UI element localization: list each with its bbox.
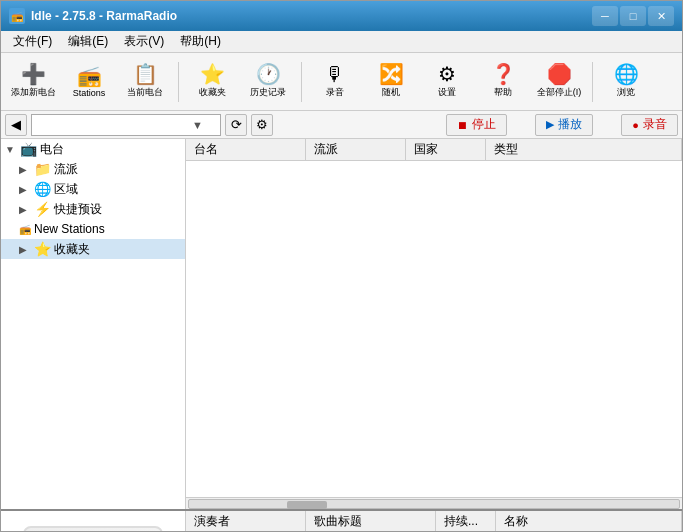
scrollbar-thumb: [287, 501, 327, 509]
stop-all-button[interactable]: 🛑 全部停止(I): [533, 57, 585, 107]
settings-button[interactable]: ⚙ 设置: [421, 57, 473, 107]
stations-label: Stations: [73, 88, 106, 98]
tree-favorites-toggle: ▶: [19, 244, 31, 255]
songs-col-name[interactable]: 名称: [496, 511, 682, 532]
record2-label: 录音: [643, 116, 667, 133]
radio-artwork: [23, 526, 163, 532]
tree-presets-label: 快捷预设: [54, 201, 102, 218]
history-label: 历史记录: [250, 86, 286, 99]
songs-col-duration[interactable]: 持续...: [436, 511, 496, 532]
minimize-button[interactable]: ─: [592, 6, 618, 26]
record2-button[interactable]: ● 录音: [621, 114, 678, 136]
random-button[interactable]: 🔀 随机: [365, 57, 417, 107]
table-header: 台名 流派 国家 类型: [186, 139, 682, 161]
record-button[interactable]: 🎙 录音: [309, 57, 361, 107]
menu-view[interactable]: 表示(V): [116, 31, 172, 52]
record-label: 录音: [326, 86, 344, 99]
col-genre[interactable]: 流派: [306, 139, 406, 160]
stop-label: 停止: [472, 116, 496, 133]
tree-presets-toggle: ▶: [19, 204, 31, 215]
tree-region-icon: 🌐: [34, 181, 51, 197]
browser-button[interactable]: 🌐 浏览: [600, 57, 652, 107]
sep1: [178, 62, 179, 102]
stations-button[interactable]: 📻 Stations: [63, 57, 115, 107]
col-type[interactable]: 类型: [486, 139, 682, 160]
dropdown-arrow[interactable]: ▼: [192, 119, 203, 131]
play-button[interactable]: ▶ 播放: [535, 114, 593, 136]
station-search-input[interactable]: [32, 118, 192, 132]
browser-label: 浏览: [617, 86, 635, 99]
tree-region-toggle: ▶: [19, 184, 31, 195]
tree-favorites-icon: ⭐: [34, 241, 51, 257]
add-station-button[interactable]: ➕ 添加新电台: [7, 57, 59, 107]
history-icon: 🕐: [256, 64, 281, 84]
secondary-toolbar: ◀ ▼ ⟳ ⚙ ⏹ 停止 ▶ 播放 ● 录音: [1, 111, 682, 139]
record2-icon: ●: [632, 119, 639, 131]
tree-root-icon: 📺: [20, 141, 37, 157]
player-panel: [1, 511, 186, 532]
app-icon: 📻: [9, 8, 25, 24]
current-station-button[interactable]: 📋 当前电台: [119, 57, 171, 107]
record-icon: 🎙: [325, 64, 345, 84]
random-icon: 🔀: [379, 64, 404, 84]
tree-genre-toggle: ▶: [19, 164, 31, 175]
table-hscrollbar[interactable]: [186, 497, 682, 509]
col-country[interactable]: 国家: [406, 139, 486, 160]
songs-header: 演奏者 歌曲标题 持续... 名称: [186, 511, 682, 532]
current-station-icon: 📋: [133, 64, 158, 84]
stop-icon: ⏹: [457, 119, 468, 131]
right-panel: 台名 流派 国家 类型: [186, 139, 682, 509]
tree-root-label: 电台: [40, 141, 64, 158]
tree-area: ▼ 📺 电台 ▶ 📁 流派 ▶ 🌐 区域 ▶ ⚡ 快捷预设: [1, 139, 185, 509]
tree-presets[interactable]: ▶ ⚡ 快捷预设: [1, 199, 185, 219]
stop-all-label: 全部停止(I): [537, 86, 582, 99]
stations-icon: 📻: [77, 66, 102, 86]
tree-genre[interactable]: ▶ 📁 流派: [1, 159, 185, 179]
add-station-label: 添加新电台: [11, 86, 56, 99]
add-station-icon: ➕: [21, 64, 46, 84]
bottom-content: 演奏者 歌曲标题 持续... 名称 播放: 录音:: [1, 511, 682, 532]
menu-file[interactable]: 文件(F): [5, 31, 60, 52]
menu-edit[interactable]: 编辑(E): [60, 31, 116, 52]
songs-panel: 演奏者 歌曲标题 持续... 名称 播放: 录音:: [186, 511, 682, 532]
left-panel: ▼ 📺 电台 ▶ 📁 流派 ▶ 🌐 区域 ▶ ⚡ 快捷预设: [1, 139, 186, 509]
settings2-button[interactable]: ⚙: [251, 114, 273, 136]
main-content: ▼ 📺 电台 ▶ 📁 流派 ▶ 🌐 区域 ▶ ⚡ 快捷预设: [1, 139, 682, 509]
stop-all-icon: 🛑: [547, 64, 572, 84]
maximize-button[interactable]: □: [620, 6, 646, 26]
tree-region[interactable]: ▶ 🌐 区域: [1, 179, 185, 199]
play-label: 播放: [558, 116, 582, 133]
stop-button[interactable]: ⏹ 停止: [446, 114, 507, 136]
browser-icon: 🌐: [614, 64, 639, 84]
menu-help[interactable]: 帮助(H): [172, 31, 229, 52]
tree-presets-icon: ⚡: [34, 201, 51, 217]
tree-root-toggle: ▼: [5, 144, 17, 155]
tree-new-stations-label: New Stations: [34, 222, 105, 236]
settings-icon: ⚙: [438, 64, 456, 84]
collapse-left-button[interactable]: ◀: [5, 114, 27, 136]
refresh-button[interactable]: ⟳: [225, 114, 247, 136]
history-button[interactable]: 🕐 历史记录: [242, 57, 294, 107]
tree-root[interactable]: ▼ 📺 电台: [1, 139, 185, 159]
main-toolbar: ➕ 添加新电台 📻 Stations 📋 当前电台 ⭐ 收藏夹 🕐 历史记录 🎙…: [1, 53, 682, 111]
tree-favorites[interactable]: ▶ ⭐ 收藏夹: [1, 239, 185, 259]
tree-genre-label: 流派: [54, 161, 78, 178]
play-icon: ▶: [546, 118, 554, 131]
scrollbar-track[interactable]: [188, 499, 680, 509]
help-label: 帮助: [494, 86, 512, 99]
col-name[interactable]: 台名: [186, 139, 306, 160]
title-bar: 📻 Idle - 2.75.8 - RarmaRadio ─ □ ✕: [1, 1, 682, 31]
random-label: 随机: [382, 86, 400, 99]
songs-col-title[interactable]: 歌曲标题: [306, 511, 436, 532]
menu-bar: 文件(F) 编辑(E) 表示(V) 帮助(H): [1, 31, 682, 53]
songs-col-artist[interactable]: 演奏者: [186, 511, 306, 532]
help-icon: ❓: [491, 64, 516, 84]
help-button[interactable]: ❓ 帮助: [477, 57, 529, 107]
tree-favorites-label: 收藏夹: [54, 241, 90, 258]
bottom-section: 演奏者 歌曲标题 持续... 名称 播放: 录音:: [1, 509, 682, 532]
favorites-button[interactable]: ⭐ 收藏夹: [186, 57, 238, 107]
close-button[interactable]: ✕: [648, 6, 674, 26]
tree-new-stations-toggle: 📻: [19, 224, 31, 235]
settings-label: 设置: [438, 86, 456, 99]
tree-new-stations[interactable]: 📻 New Stations: [1, 219, 185, 239]
